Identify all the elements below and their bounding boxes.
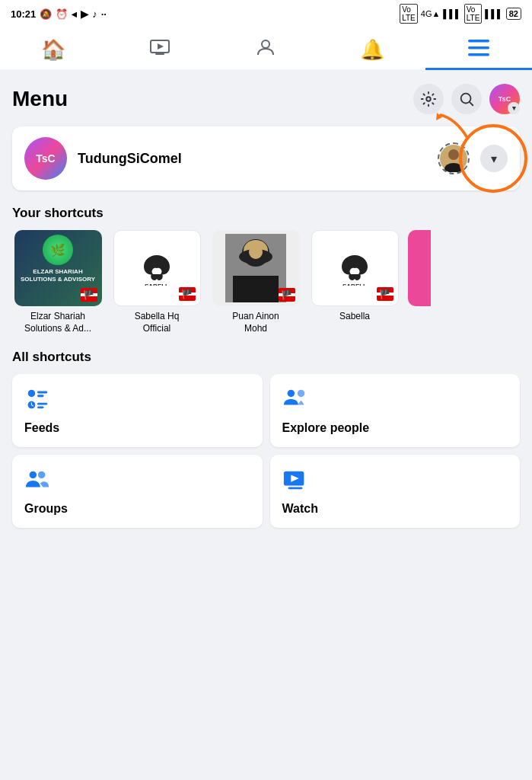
shortcuts-section-title: Your shortcuts [12,206,520,221]
watch-icon [282,467,308,493]
svg-rect-25 [37,403,47,405]
elzar-logo: 🌿 [43,235,73,265]
sabell-logo2: SABELL [336,251,374,286]
nav-menu[interactable] [425,35,532,65]
signal-bars2: ▌▌▌ [485,9,502,18]
tiktok-icon: ♪ [92,8,97,20]
status-right: VoLTE 4G▲ ▌▌▌ VoLTE ▌▌▌ 82 [400,4,521,24]
puan-photo [225,234,286,302]
svg-rect-6 [468,53,489,56]
main-content: Menu TsC ▾ TsC TudungS [0,72,532,540]
explore-icon [282,386,308,412]
shortcut-elzar[interactable]: 🌿 ELZAR SHARIAHSOLUTIONS & ADVISORY 🏴 El… [12,230,104,334]
menu-icon [468,38,489,62]
svg-rect-26 [37,407,44,409]
shortcuts-grid: Feeds Explore people Groups [12,374,520,528]
volte-icon: VoLTE [400,4,418,24]
svg-point-21 [28,390,35,397]
watch-nav-icon [149,37,170,63]
avatar-text: TsC [499,95,511,103]
svg-text:SABELL: SABELL [342,283,367,286]
search-icon [458,91,475,107]
svg-rect-22 [37,392,47,394]
svg-point-10 [448,149,459,160]
nav-notifications[interactable]: 🔔 [319,35,425,65]
more-icon: ·· [101,8,107,20]
shortcuts-row: 🌿 ELZAR SHARIAHSOLUTIONS & ADVISORY 🏴 El… [12,230,520,334]
shortcut-label-sabella: Sabella [339,311,370,323]
all-shortcuts-title: All shortcuts [12,350,520,365]
settings-button[interactable] [413,84,444,114]
svg-point-32 [297,390,304,397]
shortcut-card-groups[interactable]: Groups [12,455,263,528]
flag-icon4: 🏴 [377,287,393,301]
signal-bars1: ▌▌▌ [443,9,460,18]
battery: 82 [506,8,521,20]
elzar-content: 🌿 ELZAR SHARIAHSOLUTIONS & ADVISORY [14,230,102,287]
shortcut-puan[interactable]: 🏴 Puan AinonMohd [210,230,301,334]
shortcut-thumb-sabella2: SABELL 🏴 [311,230,399,306]
svg-point-19 [249,245,263,259]
gear-icon [420,91,437,107]
groups-icon [24,467,50,493]
shortcut-thumb-sabella1: SABELL 🏴 [113,230,201,306]
page-name: TudungSiComel [78,151,427,167]
sabell-symbol1: SABELL [138,251,176,286]
user-avatar[interactable]: TsC ▾ [489,84,520,114]
svg-text:SABELL: SABELL [145,283,169,286]
flag-icon3: 🏴 [279,288,295,302]
alarm-icon: ⏰ [56,8,68,20]
svg-rect-18 [233,276,279,302]
nav-profile[interactable] [213,34,320,66]
svg-point-7 [426,97,431,101]
home-icon: 🏠 [41,38,65,62]
shortcut-label-elzar: Elzar ShariahSolutions & Ad... [24,311,91,334]
nav-watch[interactable] [107,34,213,66]
feeds-icon [24,386,50,412]
shortcut-label-puan: Puan AinonMohd [232,311,279,334]
svg-marker-1 [158,43,164,50]
shortcut-thumb-elzar: 🌿 ELZAR SHARIAHSOLUTIONS & ADVISORY 🏴 [14,230,102,306]
flag-icon2: 🏴 [179,287,196,301]
shortcut-bai[interactable] [408,230,431,334]
page-card[interactable]: TsC TudungSiComel ▾ [12,126,520,190]
sabell-logo1: SABELL [138,251,176,286]
feeds-label: Feeds [24,421,250,435]
shortcut-card-feeds[interactable]: Feeds [12,374,263,447]
shortcut-sabella-hq[interactable]: SABELL 🏴 Sabella HqOfficial [111,230,202,334]
menu-actions: TsC ▾ [413,84,520,114]
watch-label: Watch [282,502,508,516]
shortcut-thumb-puan: 🏴 [212,230,300,306]
shortcut-sabella[interactable]: SABELL 🏴 Sabella [309,230,400,334]
nav-bar: 🏠 🔔 [0,27,532,72]
page-story-avatar[interactable] [438,142,470,174]
svg-rect-2 [155,53,164,55]
menu-title: Menu [12,87,68,111]
nav-home[interactable]: 🏠 [0,35,107,65]
location-icon: ◂ [72,8,77,20]
bell-icon: 🔔 [360,38,384,62]
search-button[interactable] [451,84,482,114]
volte2-icon: VoLTE [464,4,483,24]
elzar-text: ELZAR SHARIAHSOLUTIONS & ADVISORY [19,268,97,283]
page-dropdown-button[interactable]: ▾ [480,145,508,172]
svg-point-33 [30,472,37,478]
page-logo: TsC [24,137,67,180]
page-logo-text: TsC [36,152,55,165]
shortcut-thumb-bai [408,230,431,306]
shortcut-card-explore[interactable]: Explore people [270,374,521,447]
explore-label: Explore people [282,421,508,435]
svg-rect-4 [468,40,489,43]
svg-rect-5 [468,46,489,50]
svg-point-3 [262,40,269,48]
profile-icon [255,37,276,63]
mute-icon: 🔕 [40,8,52,20]
annotation-arrow [433,111,471,142]
shortcut-card-watch[interactable]: Watch [270,455,521,528]
time: 10:21 [11,8,36,20]
menu-header: Menu TsC ▾ [12,84,520,114]
svg-rect-37 [288,488,302,490]
youtube-icon: ▶ [81,8,88,20]
story-avatar-img [440,145,467,172]
avatar-dropdown-badge: ▾ [508,102,520,114]
